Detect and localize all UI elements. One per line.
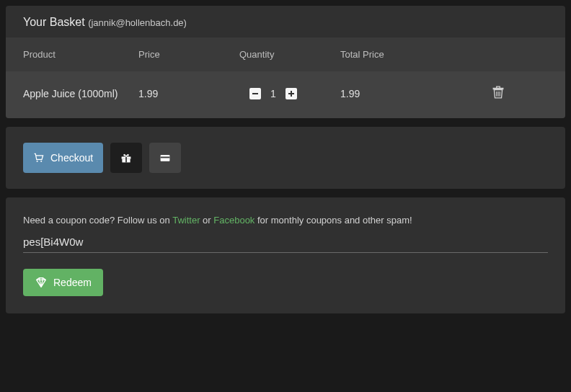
cell-total: 1.99: [340, 88, 448, 99]
redeem-button[interactable]: Redeem: [23, 269, 103, 296]
cell-quantity: 1: [239, 88, 340, 99]
basket-table-header: Product Price Quantity Total Price: [6, 37, 565, 71]
quantity-value: 1: [270, 88, 277, 99]
plus-icon: [287, 89, 296, 98]
credit-card-button[interactable]: [149, 143, 181, 173]
twitter-link[interactable]: Twitter: [172, 215, 200, 226]
cell-action: [448, 86, 548, 101]
delete-item-button[interactable]: [492, 86, 504, 99]
svg-rect-2: [291, 91, 292, 97]
svg-rect-0: [252, 93, 258, 94]
facebook-link[interactable]: Facebook: [213, 215, 254, 226]
coupon-hint: Need a coupon code? Follow us on Twitter…: [23, 215, 548, 226]
basket-panel: Your Basket (jannik@hollenbach.de) Produ…: [6, 6, 565, 118]
gift-button[interactable]: [110, 143, 142, 173]
basket-title: Your Basket (jannik@hollenbach.de): [6, 6, 565, 37]
header-total: Total Price: [340, 49, 448, 60]
diamond-icon: [35, 276, 48, 289]
trash-icon: [492, 86, 504, 99]
cell-product: Apple Juice (1000ml): [23, 88, 138, 99]
coupon-hint-or: or: [200, 215, 213, 226]
cart-icon: [33, 152, 45, 164]
basket-title-text: Your Basket: [23, 16, 85, 28]
svg-point-4: [40, 161, 42, 162]
checkout-label: Checkout: [50, 152, 93, 164]
svg-point-3: [37, 161, 38, 162]
increase-quantity-button[interactable]: [286, 88, 297, 99]
svg-rect-7: [125, 156, 127, 162]
checkout-button[interactable]: Checkout: [23, 143, 103, 173]
header-quantity: Quantity: [239, 49, 340, 60]
header-action: [448, 49, 548, 60]
minus-icon: [251, 89, 260, 98]
svg-rect-9: [161, 156, 170, 158]
cell-price: 1.99: [138, 88, 239, 99]
table-row: Apple Juice (1000ml) 1.99 1 1.99: [6, 71, 565, 118]
action-panel: Checkout: [6, 127, 565, 189]
header-product: Product: [23, 49, 138, 60]
basket-email: (jannik@hollenbach.de): [88, 17, 187, 28]
credit-card-icon: [159, 152, 171, 164]
coupon-hint-suffix: for monthly coupons and other spam!: [254, 215, 412, 226]
coupon-input[interactable]: [23, 233, 548, 253]
header-price: Price: [138, 49, 239, 60]
coupon-panel: Need a coupon code? Follow us on Twitter…: [6, 197, 565, 313]
redeem-label: Redeem: [53, 277, 92, 288]
coupon-hint-prefix: Need a coupon code? Follow us on: [23, 215, 172, 226]
decrease-quantity-button[interactable]: [249, 88, 261, 99]
gift-icon: [120, 152, 132, 164]
